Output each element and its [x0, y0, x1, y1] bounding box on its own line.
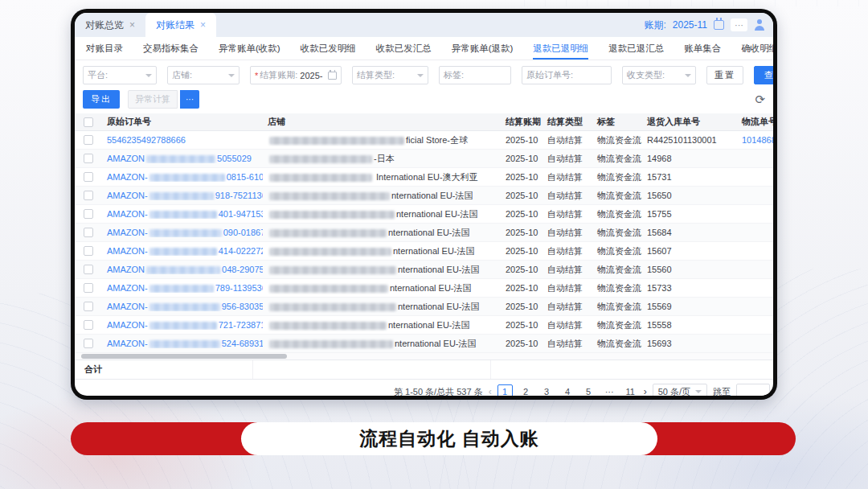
table-row[interactable]: AMAZON-524-6893131 nternational EU-法国 20…	[75, 335, 773, 353]
table-row[interactable]: 5546235492788666 ficial Store-全球 2025-10…	[75, 131, 773, 150]
col-header-order[interactable]: 原始订单号	[102, 116, 263, 128]
filter-field[interactable]: * 平台:	[83, 66, 157, 84]
user-avatar-icon[interactable]	[754, 19, 765, 31]
tag-cell: 物流资金流...	[592, 190, 642, 202]
order-number-link[interactable]: AMAZON-401-9471532	[107, 209, 263, 219]
col-header-inbound[interactable]: 退货入库单号	[642, 116, 737, 128]
table-row[interactable]: AMAZON-721-7238710 nternational EU-法国 20…	[75, 316, 773, 335]
logistics-no-link[interactable]: 10148687668	[742, 135, 773, 145]
row-checkbox[interactable]	[84, 209, 93, 219]
row-checkbox[interactable]	[84, 228, 93, 237]
module-tab[interactable]: 确收明细_出库	[741, 37, 773, 60]
abnormal-calc-more-button[interactable]: ···	[180, 90, 199, 109]
row-checkbox[interactable]	[84, 339, 93, 348]
col-header-tag[interactable]: 标签	[592, 116, 642, 128]
module-tab[interactable]: 交易指标集合	[143, 37, 199, 60]
filter-field[interactable]: * 标签:	[439, 66, 511, 84]
col-header-store[interactable]: 店铺	[263, 116, 501, 128]
col-header-logistics[interactable]: 物流单号	[737, 116, 773, 128]
page-number[interactable]: 3	[539, 384, 555, 397]
filter-field[interactable]: * 结算类型:	[352, 66, 428, 84]
redacted-store-segment	[269, 137, 404, 145]
settle-type-cell: 自动结算	[542, 282, 592, 294]
row-checkbox[interactable]	[84, 191, 93, 200]
page-size-select[interactable]: 50 条/页	[653, 384, 707, 397]
search-button[interactable]: 查询	[754, 66, 773, 84]
table-row[interactable]: AMAZON-414-0222729 nternational EU-法国 20…	[75, 242, 773, 261]
page-number[interactable]: ···	[602, 384, 617, 397]
close-icon[interactable]: ×	[200, 19, 206, 31]
refresh-icon[interactable]: ⟳	[755, 93, 765, 105]
table-row[interactable]: AMAZON-956-8303555 nternational EU-法国 20…	[75, 298, 773, 316]
window-tab-label: 对账总览	[85, 18, 124, 32]
table-row[interactable]: AMAZON-789-1139536 nternational EU-法国 20…	[75, 279, 773, 298]
module-tab[interactable]: 退款已退明细	[533, 37, 588, 60]
filter-field[interactable]: * 店铺:	[167, 66, 240, 84]
order-number-link[interactable]: AMAZON048-2907568	[107, 265, 263, 274]
row-checkbox[interactable]	[84, 320, 93, 330]
order-number-link[interactable]: AMAZON-0815-6106214	[107, 172, 263, 182]
row-checkbox[interactable]	[84, 154, 93, 163]
table-row[interactable]: AMAZON048-2907568 nternational EU-法国 202…	[75, 261, 773, 279]
table-row[interactable]: AMAZON5055029 -日本 2025-10 自动结算 物流资金流... …	[75, 150, 773, 168]
row-checkbox[interactable]	[84, 283, 93, 293]
order-number-link[interactable]: AMAZON-524-6893131	[107, 339, 263, 348]
store-cell: nternational EU-法国	[263, 227, 501, 239]
module-tab[interactable]: 账单集合	[684, 37, 721, 60]
module-tab[interactable]: 对账目录	[86, 37, 123, 60]
table-row[interactable]: AMAZON-401-9471532 nternational EU-法国 20…	[75, 205, 773, 224]
module-tab[interactable]: 退款已退汇总	[608, 37, 664, 60]
calendar-icon[interactable]	[714, 20, 724, 30]
prev-page-icon[interactable]: ‹	[489, 386, 492, 396]
filter-field[interactable]: * 收支类型:	[622, 66, 696, 84]
module-tab[interactable]: 异常账单(收款)	[219, 37, 280, 60]
order-number-link[interactable]: AMAZON5055029	[107, 154, 252, 163]
jump-page-input[interactable]	[736, 384, 770, 397]
slogan-banner: 流程自动化 自动入账	[71, 422, 796, 455]
inbound-no-cell: 15731	[642, 172, 737, 182]
module-tab-label: 确收明细_出库	[741, 43, 773, 53]
table-row[interactable]: AMAZON-090-0186728 nternational EU-法国 20…	[75, 224, 773, 242]
module-tab[interactable]: 异常账单(退款)	[452, 37, 514, 60]
pagination-bar: 第 1-50 条/总共 537 条 ‹ 1 2 3 4 5 ··· 11 ›	[75, 380, 773, 396]
order-number-link[interactable]: AMAZON-789-1139536	[107, 283, 263, 293]
horizontal-scrollbar-thumb[interactable]	[81, 354, 287, 359]
page-number[interactable]: 1	[497, 384, 513, 397]
order-number-link[interactable]: 5546235492788666	[107, 135, 186, 145]
order-number-link[interactable]: AMAZON-918-7521136	[107, 191, 263, 200]
page-number[interactable]: 5	[581, 384, 596, 397]
col-header-period[interactable]: 结算账期	[501, 116, 542, 128]
close-icon[interactable]: ×	[129, 19, 135, 31]
period-value[interactable]: 2025-11	[673, 19, 707, 31]
row-checkbox[interactable]	[84, 135, 93, 145]
filter-field[interactable]: * 结算账期: 2025-	[250, 66, 342, 84]
row-checkbox[interactable]	[84, 172, 93, 182]
redacted-order-segment	[149, 211, 217, 219]
row-checkbox[interactable]	[84, 246, 93, 256]
filter-bar: * 平台: * 店铺: * 结算账期: 2025	[75, 60, 773, 88]
window-tab[interactable]: 对账结果 ×	[145, 13, 216, 37]
page-number[interactable]: 2	[518, 384, 534, 397]
module-tab[interactable]: 收款已发明细	[301, 37, 356, 60]
module-tab[interactable]: 收款已发汇总	[376, 37, 432, 60]
table-row[interactable]: AMAZON-0815-6106214 International EU-澳大利…	[75, 168, 773, 187]
next-page-icon[interactable]: ›	[644, 386, 647, 396]
page-number[interactable]: 11	[623, 384, 638, 397]
order-number-link[interactable]: AMAZON-956-8303555	[107, 302, 263, 311]
horizontal-scrollbar	[75, 353, 773, 360]
filter-field[interactable]: * 原始订单号:	[522, 66, 612, 84]
order-number-link[interactable]: AMAZON-721-7238710	[107, 320, 263, 330]
order-number-link[interactable]: AMAZON-090-0186728	[107, 228, 263, 237]
col-header-type[interactable]: 结算类型	[542, 116, 592, 128]
row-checkbox[interactable]	[84, 302, 93, 311]
export-button[interactable]: 导出	[83, 90, 120, 109]
table-row[interactable]: AMAZON-918-7521136 nternational EU-法国 20…	[75, 187, 773, 205]
reset-button[interactable]: 重置	[706, 66, 743, 84]
select-all-checkbox[interactable]	[84, 117, 93, 127]
page-number[interactable]: 4	[560, 384, 575, 397]
window-tab[interactable]: 对账总览 ×	[75, 13, 145, 37]
order-number-link[interactable]: AMAZON-414-0222729	[107, 246, 263, 256]
row-checkbox[interactable]	[84, 265, 93, 274]
abnormal-calc-button[interactable]: 异常计算	[128, 90, 178, 109]
more-menu-button[interactable]: ···	[731, 18, 747, 31]
